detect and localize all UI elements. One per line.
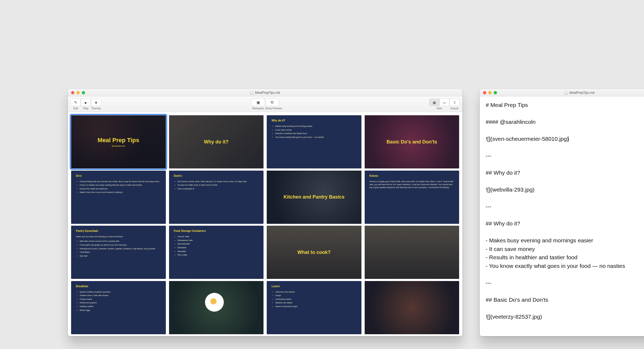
editor-line[interactable]: - It can save money [486, 245, 644, 253]
traffic-lights [71, 91, 85, 94]
titlebar-right[interactable]: MealPrepTips.md ﹀ [480, 89, 644, 96]
title-text-left: MealPrepTips.md [255, 91, 280, 95]
editor-line[interactable] [486, 177, 644, 186]
zoom-icon[interactable] [494, 91, 497, 94]
editor-line[interactable]: #### @sarahlincoln [486, 118, 644, 126]
editor-line[interactable] [486, 194, 644, 203]
show-preview-button[interactable] [265, 99, 279, 106]
list-item: Protein shake [80, 298, 161, 301]
slide-title: Why do it? [204, 139, 229, 145]
rehearse-button[interactable] [251, 99, 265, 106]
toolbar-left-group: Edit Play Themes [71, 99, 101, 110]
editor-line[interactable]: ## Basic Do's and Don'ts [486, 296, 644, 304]
slide-thumb[interactable]: BreakfastQuiche muffins (crustless quich… [71, 281, 166, 334]
list-item: Stacked Jar salads [275, 301, 357, 304]
play-button[interactable] [81, 99, 91, 106]
traffic-lights-right [483, 91, 497, 94]
titlebar-left[interactable]: MealPrepTips.md [68, 89, 462, 96]
editor-line[interactable] [486, 287, 644, 296]
list-item: Healthy muffins [80, 305, 161, 308]
editor-line[interactable] [486, 160, 644, 169]
list-item: Microwavable [178, 242, 259, 246]
editor-line[interactable]: ## Why do it? [486, 219, 644, 228]
slide-thumb[interactable]: Do'sChoose things that can become two me… [71, 171, 166, 224]
editor-line[interactable]: - Results in healthier and tastier food [486, 253, 644, 262]
slide-intro: Make sure you have the following on had … [76, 235, 161, 238]
slide-thumb[interactable]: LunchLeftovers from dinner!SoupsUndresse… [267, 281, 361, 334]
window-title-left: MealPrepTips.md [250, 91, 280, 95]
file-icon [565, 91, 568, 95]
slide-heading: Dont's [174, 174, 259, 177]
list-item: Try and do it after work or when short o… [178, 184, 259, 187]
slide-list: Makes busy evening and mornings easierIt… [272, 125, 357, 139]
editor-line[interactable] [486, 304, 644, 312]
text-cursor [568, 136, 569, 142]
minimize-icon[interactable] [488, 91, 492, 94]
export-icon [453, 100, 456, 105]
slide-thumb[interactable] [365, 226, 459, 279]
preview-label: Show Preview [265, 107, 279, 110]
slide-thumb[interactable]: What to cook? [267, 226, 361, 279]
editor-line[interactable] [486, 228, 644, 236]
markdown-editor[interactable]: # Meal Prep Tips #### @sarahlincoln ![](… [480, 96, 644, 336]
chevron-down-icon[interactable]: ﹀ [596, 91, 598, 94]
slide-thumb[interactable]: Why do it? [169, 115, 264, 168]
editor-line[interactable]: ## Why do it? [486, 168, 644, 177]
window-title-right: MealPrepTips.md ﹀ [565, 91, 599, 95]
list-item: Dishwasher Safe [178, 239, 259, 242]
slide-body: Invest in a single good Chef's knife, wi… [369, 180, 455, 189]
editor-line[interactable] [486, 270, 644, 279]
editor-line[interactable] [486, 211, 644, 220]
editor-line[interactable]: - You know exactly what goes in your foo… [486, 262, 644, 270]
close-icon[interactable] [71, 91, 74, 94]
editor-line[interactable] [486, 143, 644, 152]
list-item: Sea Salt [80, 254, 161, 258]
editor-line[interactable]: - Makes busy evening and mornings easier [486, 236, 644, 245]
close-icon[interactable] [483, 91, 486, 94]
editor-line[interactable]: # Meal Prep Tips [486, 101, 644, 109]
slide-title: Meal Prep Tips [95, 137, 142, 144]
slide-thumb[interactable]: Kitchen and Pantry Basics [267, 171, 361, 224]
editor-line[interactable]: ![](sven-scheuermeier-58010.jpg) [486, 135, 644, 143]
zoom-icon[interactable] [82, 91, 85, 94]
slide-thumb[interactable]: Basic Do's and Don'ts [365, 115, 459, 168]
slide-thumb[interactable] [169, 281, 264, 334]
view-grid-button[interactable] [429, 99, 439, 106]
slide-thumb[interactable]: Food Storage ContainersFreezer SafeDishw… [169, 226, 264, 279]
slide-thumb[interactable]: KnivesInvest in a single good Chef's kni… [365, 171, 459, 224]
slide-thumb[interactable]: Meal Prep Tips@sarahlincoln [71, 115, 166, 168]
slide-list: Leftovers from dinner!SoupsUndressed sal… [272, 290, 357, 308]
slide-heading: Lunch [272, 285, 357, 288]
editor-line[interactable]: --- [486, 152, 644, 160]
slide-heading: Breakfast [76, 285, 161, 288]
slide-heading: Pantry Essentials [76, 229, 161, 232]
list-item: Soups [275, 294, 357, 297]
themes-button[interactable] [91, 99, 101, 106]
editor-line[interactable]: ![](webvilla-293.jpg) [486, 185, 644, 194]
editor-line[interactable]: --- [486, 279, 644, 287]
list-item: Quiche muffins (crustless quiches) [80, 290, 161, 294]
slide-thumb[interactable]: Pantry EssentialsMake sure you have the … [71, 226, 166, 279]
minimize-icon[interactable] [76, 91, 80, 94]
grid-icon [433, 100, 436, 105]
export-button[interactable] [449, 99, 460, 106]
slide-list: Mild olive oil and coconut oil for cooki… [76, 240, 161, 257]
slide-thumb[interactable]: Why do it?Makes busy evening and morning… [267, 115, 361, 168]
edit-button[interactable] [71, 99, 81, 106]
editor-line[interactable] [486, 109, 644, 118]
list-item: You know exactly what goes in your food … [275, 136, 357, 139]
view-single-button[interactable] [439, 99, 449, 106]
play-label: Play [81, 107, 91, 110]
themes-icon [95, 100, 97, 105]
editor-line[interactable]: --- [486, 202, 644, 211]
editor-line[interactable]: ![](veeterzy-82537.jpg) [486, 312, 644, 321]
list-item: Dried/ground cumin, coriander, tumeric, … [80, 247, 161, 250]
toolbar-center-group: Rehearse Show Preview [251, 99, 279, 110]
slide-thumb[interactable]: Dont'sDon't prep a whole week. Start wit… [169, 171, 264, 224]
slide-heading: Why do it? [272, 119, 357, 122]
slide-grid[interactable]: Meal Prep Tips@sarahlincolnWhy do it?Why… [68, 112, 462, 336]
themes-label: Themes [91, 107, 101, 110]
editor-line[interactable] [486, 126, 644, 135]
slide-thumb[interactable] [365, 281, 459, 334]
export-label: Export [449, 107, 460, 110]
